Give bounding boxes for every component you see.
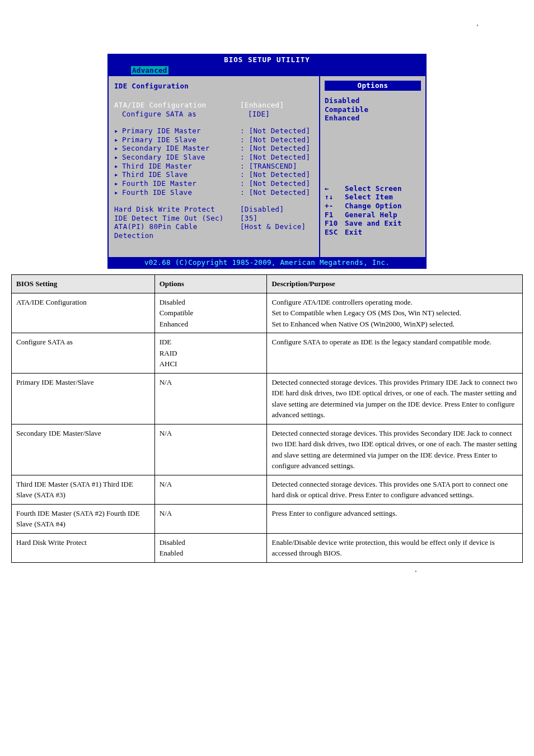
key: +-: [325, 202, 345, 211]
key: F10: [325, 219, 345, 228]
table-row: Secondary IDE Master/SlaveN/ADetected co…: [12, 424, 523, 475]
value: [35]: [240, 214, 257, 223]
label: Third IDE Slave: [122, 170, 188, 179]
option-compatible: Compatible: [325, 105, 421, 114]
cell-setting: Fourth IDE Master (SATA #2) Fourth IDE S…: [12, 504, 155, 533]
item-third-slave[interactable]: ▸Third IDE Slave : [Not Detected]: [114, 170, 313, 179]
item-primary-master[interactable]: ▸Primary IDE Master : [Not Detected]: [114, 127, 313, 136]
label: General Help: [345, 211, 397, 220]
chevron-right-icon: ▸: [114, 188, 122, 197]
table-row: Third IDE Master (SATA #1) Third IDE Sla…: [12, 475, 523, 504]
value: : [TRANSCEND]: [240, 162, 297, 171]
value: [Disabled]: [240, 205, 284, 214]
value: : [Not Detected]: [240, 144, 310, 153]
item-secondary-slave[interactable]: ▸Secondary IDE Slave : [Not Detected]: [114, 153, 313, 162]
cell-options: N/A: [154, 373, 267, 424]
stray-apostrophe-bottom: ': [11, 563, 523, 594]
label: Configure SATA as: [114, 110, 248, 119]
key: F1: [325, 211, 345, 220]
chevron-right-icon: ▸: [114, 153, 122, 162]
help-exit: ESC Exit: [325, 228, 421, 237]
bios-tab-bar: Advanced: [109, 65, 425, 76]
table-header: BIOS Setting Options Description/Purpose: [12, 275, 523, 293]
header-setting: BIOS Setting: [12, 275, 155, 293]
key: ←: [325, 184, 345, 193]
chevron-right-icon: ▸: [114, 144, 122, 153]
bios-title: BIOS SETUP UTILITY: [109, 55, 425, 65]
chevron-right-icon: ▸: [114, 136, 122, 144]
chevron-right-icon: ▸: [114, 127, 122, 136]
header-options: Options: [154, 275, 267, 293]
chevron-right-icon: ▸: [114, 162, 122, 171]
value: : [Not Detected]: [240, 127, 310, 136]
label: Primary IDE Slave: [122, 136, 196, 144]
label: Select Screen: [345, 184, 402, 193]
item-ata-ide-config[interactable]: ATA/IDE Configuration [Enhanced]: [114, 101, 313, 110]
label: Hard Disk Write Protect: [114, 205, 240, 214]
value: [Host & Device]: [240, 222, 306, 240]
help-select-screen: ← Select Screen: [325, 184, 421, 193]
help-general-help: F1 General Help: [325, 211, 421, 220]
value: : [Not Detected]: [240, 188, 310, 197]
table-row: Fourth IDE Master (SATA #2) Fourth IDE S…: [12, 504, 523, 533]
option-enhanced: Enhanced: [325, 114, 421, 123]
label: Select Item: [345, 193, 393, 202]
cell-desc: Detected connected storage devices. This…: [267, 424, 523, 475]
description-table: BIOS Setting Options Description/Purpose…: [11, 274, 523, 563]
option-disabled: Disabled: [325, 96, 421, 105]
label: ATA/IDE Configuration: [114, 101, 240, 110]
help-change-option: +- Change Option: [325, 202, 421, 211]
bios-screenshot: BIOS SETUP UTILITY Advanced IDE Configur…: [107, 54, 427, 269]
cell-desc: Enable/Disable device write protection, …: [267, 533, 523, 562]
cell-options: N/A: [154, 504, 267, 533]
key: ↑↓: [325, 193, 345, 202]
item-fourth-master[interactable]: ▸Fourth IDE Master : [Not Detected]: [114, 179, 313, 188]
label: Change Option: [345, 202, 402, 211]
bios-left-pane: IDE Configuration ATA/IDE Configuration …: [109, 76, 320, 256]
section-heading: IDE Configuration: [114, 82, 313, 91]
cell-desc: Configure SATA to operate as IDE is the …: [267, 333, 523, 374]
table-row: ATA/IDE ConfigurationDisabled Compatible…: [12, 293, 523, 333]
bios-right-pane: Options Disabled Compatible Enhanced ← S…: [320, 76, 425, 256]
label: Secondary IDE Master: [122, 144, 210, 152]
cell-setting: Secondary IDE Master/Slave: [12, 424, 155, 475]
item-configure-sata[interactable]: Configure SATA as [IDE]: [114, 110, 313, 119]
value: : [Not Detected]: [240, 153, 310, 162]
help-select-item: ↑↓ Select Item: [325, 193, 421, 202]
value: [Enhanced]: [240, 101, 284, 110]
label: Third IDE Master: [122, 162, 192, 170]
cell-options: Disabled Enabled: [154, 533, 267, 562]
item-fourth-slave[interactable]: ▸Fourth IDE Slave : [Not Detected]: [114, 188, 313, 197]
cell-setting: Primary IDE Master/Slave: [12, 373, 155, 424]
bios-footer: v02.68 (C)Copyright 1985-2009, American …: [109, 257, 425, 268]
stray-apostrophe-top: ': [11, 11, 523, 54]
item-atapi-cable-detect[interactable]: ATA(PI) 80Pin Cable Detection [Host & De…: [114, 222, 313, 240]
item-hd-write-protect[interactable]: Hard Disk Write Protect [Disabled]: [114, 205, 313, 214]
options-title: Options: [325, 81, 421, 91]
cell-desc: Detected connected storage devices. This…: [267, 373, 523, 424]
label: Secondary IDE Slave: [122, 153, 205, 161]
item-primary-slave[interactable]: ▸Primary IDE Slave : [Not Detected]: [114, 136, 313, 144]
label: Fourth IDE Master: [122, 179, 196, 188]
cell-options: IDE RAID AHCI: [154, 333, 267, 374]
label: Primary IDE Master: [122, 127, 201, 135]
chevron-right-icon: ▸: [114, 170, 122, 179]
label: IDE Detect Time Out (Sec): [114, 214, 240, 223]
help-legend: ← Select Screen ↑↓ Select Item +- Change…: [325, 184, 421, 237]
value: : [Not Detected]: [240, 170, 310, 179]
item-secondary-master[interactable]: ▸Secondary IDE Master : [Not Detected]: [114, 144, 313, 153]
cell-options: N/A: [154, 424, 267, 475]
value: : [Not Detected]: [240, 179, 310, 188]
item-third-master[interactable]: ▸Third IDE Master : [TRANSCEND]: [114, 162, 313, 171]
label: ATA(PI) 80Pin Cable Detection: [114, 222, 240, 240]
header-desc: Description/Purpose: [267, 275, 523, 293]
table-row: Configure SATA asIDE RAID AHCIConfigure …: [12, 333, 523, 374]
cell-setting: Third IDE Master (SATA #1) Third IDE Sla…: [12, 475, 155, 504]
item-ide-detect-timeout[interactable]: IDE Detect Time Out (Sec) [35]: [114, 214, 313, 223]
key: ESC: [325, 228, 345, 237]
cell-options: Disabled Compatible Enhanced: [154, 293, 267, 333]
value: : [Not Detected]: [240, 136, 310, 144]
cell-desc: Configure ATA/IDE controllers operating …: [267, 293, 523, 333]
tab-advanced[interactable]: Advanced: [131, 66, 168, 75]
chevron-right-icon: ▸: [114, 179, 122, 188]
